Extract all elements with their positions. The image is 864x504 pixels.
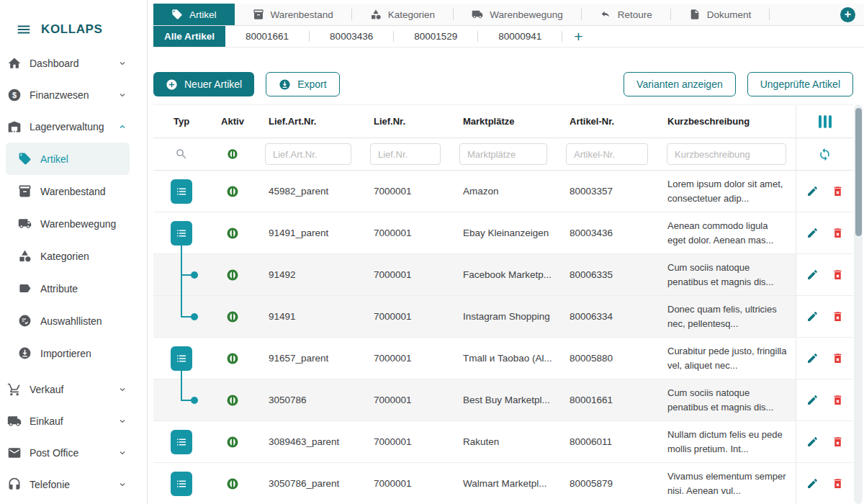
lief-nr-cell: 7000001 [361,212,450,253]
table-row[interactable]: 91492 7000001 Facebook Marketp... 800063… [153,254,853,296]
active-status-icon[interactable] [226,185,239,198]
kurzbeschreibung-cell: Vivamus elementum semper nisi. Aenean vu… [657,463,796,504]
sidebar-item-einkauf[interactable]: Einkauf [0,405,147,437]
parent-list-icon[interactable] [171,346,192,371]
typ-cell [153,463,210,504]
row-actions-cell [796,463,853,504]
parent-list-icon[interactable] [171,430,192,454]
column-header-typ: Typ [153,116,210,127]
table-row[interactable]: 45982_parent 7000001 Amazon 80003357 Lor… [153,171,853,212]
edit-pencil-icon[interactable] [806,310,819,323]
edit-pencil-icon[interactable] [806,436,819,448]
sidebar-item-lagerverwaltung[interactable]: Lagerverwaltung [0,111,147,143]
tab-artikel[interactable]: Artikel [153,4,235,25]
filter-aktiv[interactable] [210,148,256,160]
sidebar-item-warenbestand[interactable]: Warenbestand [0,175,147,207]
sidebar-item-verkauf[interactable]: Verkauf [0,374,147,405]
table-row[interactable]: 3089463_parent 7000001 Rakuten 80006011 … [153,421,853,463]
sidebar-item-artikel[interactable]: Artikel [6,143,130,175]
add-subtab-button[interactable]: + [562,26,594,47]
delete-trash-icon[interactable] [832,185,844,197]
row-actions-cell [796,254,853,295]
subtab-article[interactable]: 80001529 [394,26,477,47]
refresh-icon[interactable] [818,148,832,161]
table-row[interactable]: 3050786_parent 7000001 Walmart Marketpl.… [153,463,853,504]
edit-pencil-icon[interactable] [806,477,819,490]
edit-pencil-icon[interactable] [806,394,819,406]
edit-pencil-icon[interactable] [806,185,819,197]
parent-list-icon[interactable] [171,472,192,496]
filter-input-artikel-nr[interactable] [566,143,648,165]
table-row[interactable]: 91657_parent 7000001 Tmall и Taobao (Al.… [153,338,853,379]
export-button[interactable]: Export [266,72,339,96]
sidebar-item-importieren[interactable]: Importieren [0,337,147,369]
sidebar-item-dashboard[interactable]: Dashboard [0,48,147,79]
active-status-icon[interactable] [226,352,239,365]
subtab-article[interactable]: 80003436 [310,26,393,47]
tab-dokument[interactable]: Dokument [671,4,770,25]
sidebar-item-telefonie[interactable]: Telefonie [0,469,147,500]
artikel-nr-cell: 80006011 [557,421,657,462]
active-status-icon[interactable] [226,310,239,323]
table-row[interactable]: 3050786 7000001 Best Buy Marketpl... 800… [153,379,853,421]
delete-trash-icon[interactable] [832,227,844,239]
subtab-label: 80001661 [246,31,289,42]
active-status-icon[interactable] [226,436,239,449]
sidebar-item-post-office[interactable]: Post Office [0,437,147,469]
subtab-alle-artikel[interactable]: Alle Artikel [153,26,225,47]
delete-trash-icon[interactable] [832,269,844,281]
active-status-icon[interactable] [226,477,239,490]
home-icon [7,56,22,71]
table-scrollbar-thumb[interactable] [855,108,862,236]
sidebar-item-kategorien[interactable]: Kategorien [0,240,147,272]
aktiv-cell [210,254,256,295]
unchecked-articles-button[interactable]: Ungeprüfte Artikel [747,72,853,96]
delete-trash-icon[interactable] [832,352,844,364]
button-label: Varianten anzeigen [636,78,723,90]
new-article-button[interactable]: Neuer Artikel [153,72,254,96]
subtab-article[interactable]: 80000941 [478,26,562,47]
edit-pencil-icon[interactable] [806,227,819,239]
typ-cell [153,421,210,462]
lief-nr-cell: 7000001 [361,254,450,295]
sidebar-item-attribute[interactable]: Attribute [0,272,147,305]
subtab-article[interactable]: 80001661 [225,26,309,47]
parent-list-icon[interactable] [171,179,192,204]
active-status-icon[interactable] [226,394,239,407]
tab-kategorien[interactable]: Kategorien [352,4,453,25]
filter-input-lief-nr[interactable] [370,143,441,165]
hamburger-menu-icon[interactable] [16,22,32,37]
kurzbeschreibung-cell: Cum sociis natoque penatibus et magnis d… [657,379,796,420]
kurzbeschreibung-cell: Lorem ipsum dolor sit amet, consectetuer… [657,171,796,212]
table-row[interactable]: 91491_parent 7000001 Ebay Kleinanzeigen … [153,212,853,254]
parent-list-icon[interactable] [171,221,192,246]
active-status-icon[interactable] [226,269,239,282]
delete-trash-icon[interactable] [832,477,844,490]
filter-input-kurzbeschreibung[interactable] [667,143,786,165]
filter-artikel-nr [557,143,657,165]
active-status-icon[interactable] [226,227,239,240]
tab-warenbestand[interactable]: Warenbestand [235,4,351,25]
sidebar-item-label: Post Office [30,447,78,459]
show-variants-button[interactable]: Varianten anzeigen [624,72,736,96]
delete-trash-icon[interactable] [832,436,844,448]
tab-retoure[interactable]: Retoure [582,4,670,25]
table-scrollbar-track[interactable] [854,104,863,504]
sidebar-item-auswahllisten[interactable]: Auswahllisten [0,305,147,337]
tab-warenbewegung[interactable]: Warenbewegung [454,4,581,25]
delete-trash-icon[interactable] [832,310,844,323]
edit-pencil-icon[interactable] [806,269,819,281]
columns-settings-icon[interactable] [817,115,832,128]
sidebar-item-label: Attribute [40,283,78,294]
chevron-down-icon [118,417,127,426]
add-tab-button[interactable]: + [840,7,855,22]
sidebar-item-warenbewegung[interactable]: Warenbewegung [0,207,147,240]
filter-input-marktplaetze[interactable] [459,143,547,165]
column-header-lief-art-nr: Lief.Art.Nr. [256,116,361,127]
sidebar-item-finanzwesen[interactable]: $ Finanzwesen [0,79,147,111]
edit-pencil-icon[interactable] [806,352,819,364]
module-tabbar: Artikel Warenbestand Kategorien Warenbew… [153,4,864,26]
filter-input-lief-art-nr[interactable] [265,143,351,165]
delete-trash-icon[interactable] [832,394,844,406]
table-row[interactable]: 91491 7000001 Instagram Shopping 8000633… [153,296,853,338]
